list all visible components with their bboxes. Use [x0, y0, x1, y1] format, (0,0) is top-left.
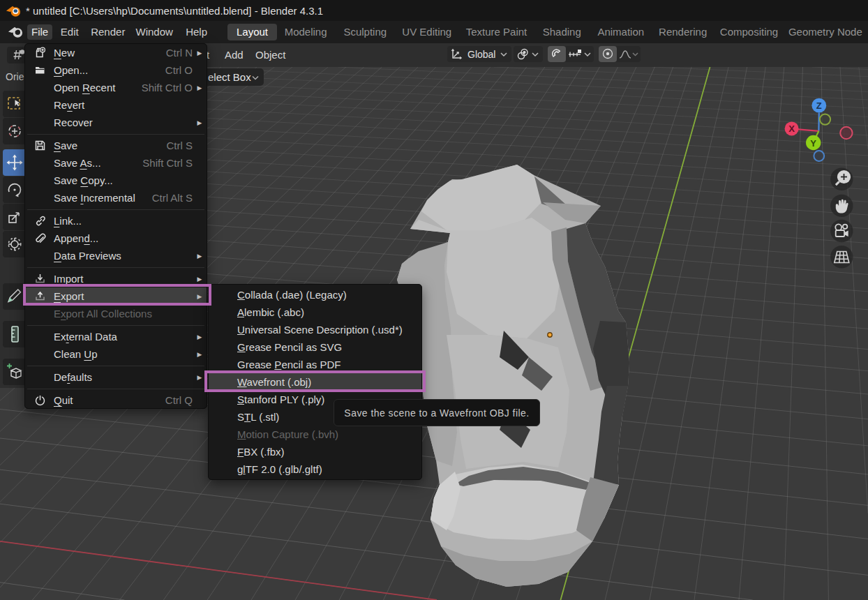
svg-text:X: X: [788, 123, 795, 134]
svg-text:Y: Y: [810, 138, 816, 149]
svg-text:Z: Z: [816, 100, 822, 111]
